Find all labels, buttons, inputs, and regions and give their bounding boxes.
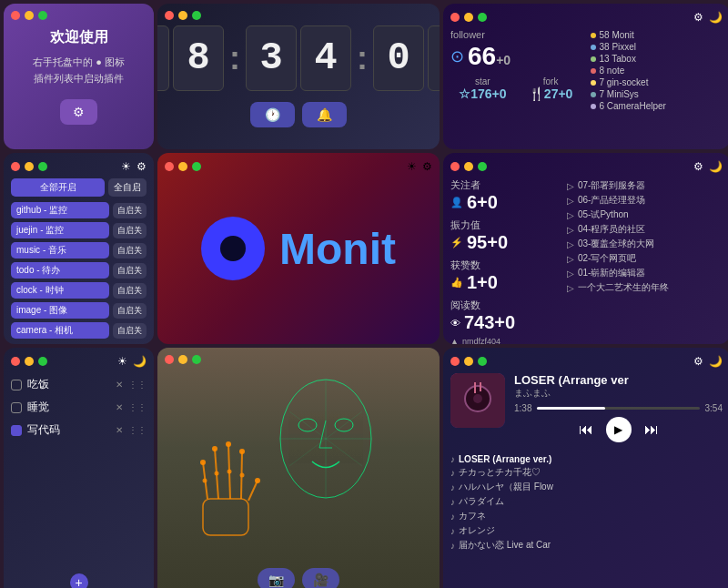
close-traffic-light[interactable] xyxy=(11,357,20,366)
todo-drag[interactable]: ⋮⋮ xyxy=(128,425,147,435)
maximize-traffic-light[interactable] xyxy=(192,11,201,20)
all-auto-button[interactable]: 全自启 xyxy=(108,178,147,197)
note-icon: ♪ xyxy=(450,526,455,536)
note-icon: ♪ xyxy=(450,512,455,522)
sun-icon[interactable]: ☀ xyxy=(121,160,131,173)
maximize-traffic-light[interactable] xyxy=(478,13,487,22)
article-icon: ▷ xyxy=(567,283,574,293)
music-main: LOSER (Arrange ver まふまふ 1:38 3:54 ⏮ ▶ ⏭ xyxy=(450,373,723,446)
camera-video-button[interactable]: 🎥 xyxy=(302,568,339,588)
playlist-item[interactable]: ♪パラダイム xyxy=(450,494,723,509)
article-title: 一个大二艺术生的年终 xyxy=(578,281,669,294)
gear-icon[interactable]: ⚙ xyxy=(136,160,147,173)
maximize-traffic-light[interactable] xyxy=(192,162,201,171)
prev-button[interactable]: ⏮ xyxy=(579,417,593,442)
minimize-traffic-light[interactable] xyxy=(25,11,34,20)
gear-icon[interactable]: ⚙ xyxy=(422,160,432,173)
playlist-item[interactable]: ♪LOSER (Arrange ver.) xyxy=(450,453,723,465)
close-traffic-light[interactable] xyxy=(11,162,20,171)
close-traffic-light[interactable] xyxy=(450,357,460,366)
follower-label: follower xyxy=(450,29,583,40)
todo-drag[interactable]: ⋮⋮ xyxy=(128,380,147,390)
plugin-toggle-button[interactable]: 自启关 xyxy=(113,263,147,279)
add-todo-button[interactable]: + xyxy=(70,573,88,588)
gear-icon[interactable]: ⚙ xyxy=(693,355,703,368)
moon-icon[interactable]: 🌙 xyxy=(709,355,723,368)
playlist-item[interactable]: ♪チカっとチカ千花♡ xyxy=(450,465,723,480)
article-item: ▷05-试Python xyxy=(567,208,723,222)
todo-list: 吃饭✕⋮⋮睡觉✕⋮⋮写代码✕⋮⋮ xyxy=(11,373,147,441)
all-on-button[interactable]: 全部开启 xyxy=(11,178,105,197)
clock-timer-button[interactable]: 🕐 xyxy=(250,102,295,127)
plugin-name: music - 音乐 xyxy=(11,242,109,259)
playlist-title: チカっとチカ千花♡ xyxy=(459,466,541,479)
minimize-traffic-light[interactable] xyxy=(178,355,187,364)
github-header: ⚙ 🌙 xyxy=(450,11,723,24)
moon-icon[interactable]: 🌙 xyxy=(133,355,147,368)
moon-icon[interactable]: 🌙 xyxy=(709,11,723,24)
article-icon: ▷ xyxy=(567,210,574,220)
close-traffic-light[interactable] xyxy=(165,355,174,364)
likes-icon: 👍 xyxy=(450,277,463,289)
article-list: ▷07-部署到服务器▷06-产品经理登场▷05-试Python▷04-程序员的社… xyxy=(567,178,723,344)
clock-widget: 1 8 : 3 4 : 0 9 🕐 🔔 xyxy=(157,4,440,149)
todo-checkbox[interactable] xyxy=(11,402,22,413)
camera-controls: 📷 🎥 xyxy=(258,568,339,588)
close-traffic-light[interactable] xyxy=(165,162,174,171)
article-icon: ▷ xyxy=(567,269,574,279)
plugin-toggle-button[interactable]: 自启关 xyxy=(113,223,147,238)
gear-icon[interactable]: ⚙ xyxy=(693,160,703,173)
article-title: 07-部署到服务器 xyxy=(578,179,645,192)
todo-checkbox[interactable] xyxy=(11,380,22,390)
close-traffic-light[interactable] xyxy=(450,13,460,22)
plugin-toggle-button[interactable]: 自启关 xyxy=(113,283,147,299)
article-icon: ▷ xyxy=(567,225,574,235)
play-button[interactable]: ▶ xyxy=(606,417,632,442)
article-icon: ▷ xyxy=(567,239,574,249)
plugin-toggle-button[interactable]: 自启关 xyxy=(113,243,147,259)
todo-checkbox[interactable] xyxy=(11,425,22,436)
minimize-traffic-light[interactable] xyxy=(178,11,187,20)
minimize-traffic-light[interactable] xyxy=(178,162,187,171)
minimize-traffic-light[interactable] xyxy=(464,162,473,171)
todo-delete[interactable]: ✕ xyxy=(116,425,123,435)
todo-delete[interactable]: ✕ xyxy=(116,380,123,390)
playlist-item[interactable]: ♪カフネ xyxy=(450,509,723,523)
settings-button[interactable]: ⚙ xyxy=(60,99,97,125)
todo-label: 写代码 xyxy=(27,422,110,438)
plugin-toggle-button[interactable]: 自启关 xyxy=(113,323,147,339)
todo-delete[interactable]: ✕ xyxy=(116,402,123,412)
camera-photo-button[interactable]: 📷 xyxy=(258,568,295,588)
plugin-toggle-button[interactable]: 自启关 xyxy=(113,303,147,319)
minimize-traffic-light[interactable] xyxy=(25,357,34,366)
maximize-traffic-light[interactable] xyxy=(38,11,47,20)
music-title: LOSER (Arrange ver xyxy=(514,373,723,387)
plugin-row: todo - 待办自启关 xyxy=(11,262,147,279)
followers-value: 6+0 xyxy=(467,192,498,213)
sun-icon[interactable]: ☀ xyxy=(407,160,417,173)
todo-drag[interactable]: ⋮⋮ xyxy=(128,402,147,412)
progress-bar[interactable] xyxy=(537,407,699,410)
maximize-traffic-light[interactable] xyxy=(478,357,487,366)
minimize-traffic-light[interactable] xyxy=(464,357,473,366)
maximize-traffic-light[interactable] xyxy=(192,355,201,364)
playlist-item[interactable]: ♪ハルハレヤ（親目 Flow xyxy=(450,480,723,494)
next-button[interactable]: ⏭ xyxy=(644,417,659,442)
moon-icon[interactable]: 🌙 xyxy=(709,160,723,173)
playlist-item[interactable]: ♪届かない恋 Live at Car xyxy=(450,538,723,553)
gear-icon[interactable]: ⚙ xyxy=(693,11,703,24)
maximize-traffic-light[interactable] xyxy=(478,162,487,171)
plugin-toggle-button[interactable]: 自启关 xyxy=(113,203,147,218)
close-traffic-light[interactable] xyxy=(165,11,174,20)
maximize-traffic-light[interactable] xyxy=(38,162,47,171)
clock-alarm-button[interactable]: 🔔 xyxy=(302,102,347,127)
minimize-traffic-light[interactable] xyxy=(464,13,473,22)
username-tag: ▲nmdfzf404 xyxy=(450,337,560,344)
maximize-traffic-light[interactable] xyxy=(38,357,47,366)
close-traffic-light[interactable] xyxy=(450,162,460,171)
playlist-item[interactable]: ♪オレンジ xyxy=(450,523,723,538)
minimize-traffic-light[interactable] xyxy=(25,162,34,171)
close-traffic-light[interactable] xyxy=(11,11,20,20)
repo-item: 6 CameraHelper xyxy=(591,100,723,112)
sun-icon[interactable]: ☀ xyxy=(117,355,127,368)
